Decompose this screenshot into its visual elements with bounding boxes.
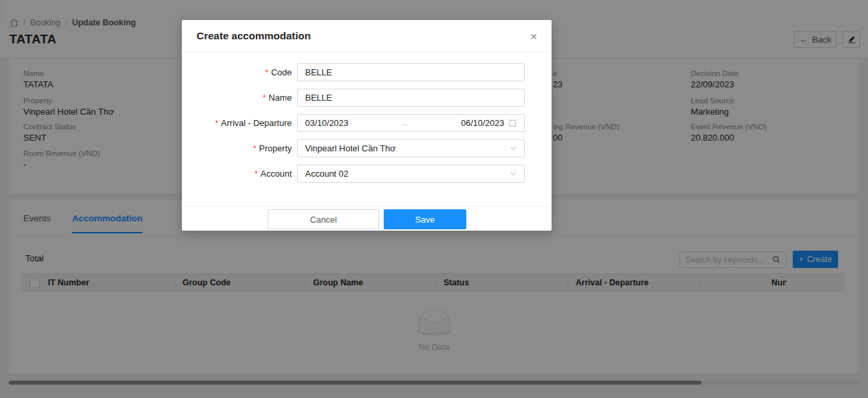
required-mark: * (254, 169, 258, 179)
calendar-icon (508, 119, 517, 127)
required-mark: * (253, 143, 256, 153)
chevron-down-icon (510, 145, 517, 152)
arrival-date-value[interactable]: 03/10/2023 (305, 118, 348, 128)
close-icon[interactable]: ✕ (526, 29, 541, 44)
modal-title: Create accommodation (197, 30, 310, 42)
departure-date-value[interactable]: 06/10/2023 (461, 118, 504, 128)
code-field[interactable] (297, 63, 525, 81)
field-label: *Account (182, 169, 292, 179)
chevron-down-icon (510, 170, 517, 177)
modal-header: Create accommodation ✕ (182, 20, 552, 52)
field-label: *Property (182, 143, 292, 153)
name-field[interactable] (297, 89, 525, 107)
code-input[interactable] (305, 67, 517, 77)
required-mark: * (215, 118, 218, 128)
form-row-account: *Account Account 02 (182, 165, 552, 183)
modal-body: *Code *Name *Arrival - Departure 03/10/2… (182, 52, 552, 183)
field-label: *Name (182, 93, 292, 103)
name-input[interactable] (305, 93, 517, 103)
save-button[interactable]: Save (384, 209, 466, 229)
modal-footer: Cancel Save (182, 206, 552, 231)
required-mark: * (262, 93, 266, 103)
field-label: *Code (182, 67, 292, 77)
account-select-value: Account 02 (305, 169, 348, 179)
form-row-name: *Name (182, 89, 552, 107)
create-accommodation-modal: Create accommodation ✕ *Code *Name *Arri… (182, 20, 552, 231)
range-arrow-icon: → (352, 119, 457, 128)
required-mark: * (265, 67, 268, 77)
form-row-property: *Property Vinpearl Hotel Cần Thơ (182, 139, 552, 157)
form-row-code: *Code (182, 63, 552, 81)
form-row-arrival-departure: *Arrival - Departure 03/10/2023 → 06/10/… (182, 114, 552, 132)
account-select[interactable]: Account 02 (297, 165, 525, 183)
date-range-picker[interactable]: 03/10/2023 → 06/10/2023 (297, 114, 525, 132)
cancel-button[interactable]: Cancel (268, 209, 379, 229)
field-label: *Arrival - Departure (182, 118, 292, 128)
property-select[interactable]: Vinpearl Hotel Cần Thơ (297, 139, 525, 157)
property-select-value: Vinpearl Hotel Cần Thơ (305, 143, 396, 153)
